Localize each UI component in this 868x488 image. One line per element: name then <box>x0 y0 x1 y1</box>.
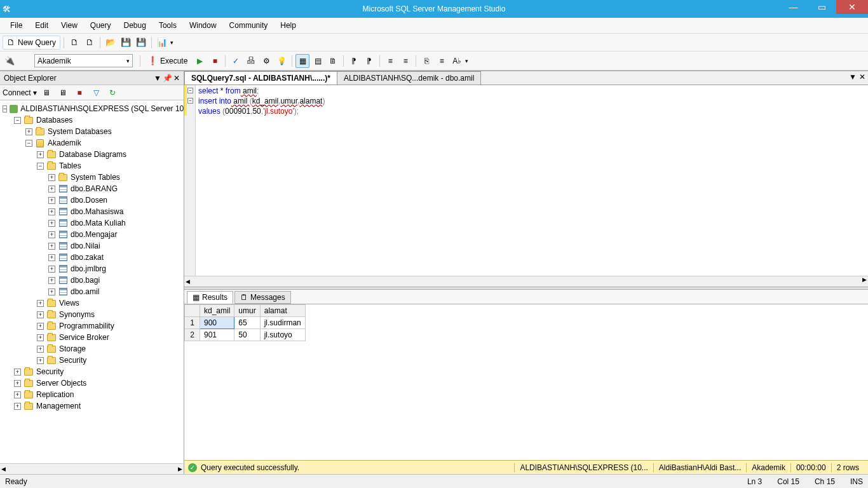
results-to-file-button[interactable]: 🗎 <box>326 54 340 68</box>
tree-table-node[interactable]: +dbo.BARANG <box>0 183 184 194</box>
tree-tables-node[interactable]: −Tables <box>0 160 184 172</box>
tree-akademik-node[interactable]: −Akademik <box>0 137 184 149</box>
tree-sysdb-node[interactable]: +System Databases <box>0 126 184 137</box>
tree-systables-node[interactable]: +System Tables <box>0 172 184 183</box>
col-header-alamat[interactable]: alamat <box>260 305 305 317</box>
intellisense-button[interactable]: 💡 <box>275 54 288 68</box>
menu-view[interactable]: View <box>55 20 84 31</box>
tree-security2-node[interactable]: +Security <box>0 366 184 377</box>
tree-table-node[interactable]: +dbo.Nilai <box>0 240 184 252</box>
tree-table-node[interactable]: +dbo.Mahasiswa <box>0 206 184 217</box>
find-button[interactable]: A♭ <box>450 54 464 68</box>
oe-connect-button[interactable]: 🖥 <box>39 86 53 100</box>
maximize-button[interactable]: ▭ <box>808 0 836 14</box>
query-options-button[interactable]: ⚙ <box>259 54 273 68</box>
tab-amil[interactable]: ALDIBASTIANH\SQ...demik - dbo.amil <box>337 71 481 85</box>
tree-storage-node[interactable]: +Storage <box>0 343 184 355</box>
fold-icon[interactable]: − <box>187 98 193 104</box>
results-grid[interactable]: kd_amil umur alamat 1 900 65 jl.sudirman… <box>184 304 868 460</box>
oe-refresh-button[interactable]: ↻ <box>105 86 119 100</box>
cell-kd-amil[interactable]: 900 <box>200 317 234 329</box>
estimated-plan-button[interactable]: 品 <box>244 54 258 68</box>
results-row[interactable]: 1 900 65 jl.sudirman <box>185 317 306 329</box>
menu-query[interactable]: Query <box>84 20 118 31</box>
dropdown-arrow-icon[interactable]: ▾ <box>465 58 468 64</box>
cell-umur[interactable]: 65 <box>234 317 260 329</box>
tree-databases-node[interactable]: −Databases <box>0 114 184 126</box>
more-indent-button[interactable]: ≡ <box>435 54 449 68</box>
results-to-grid-button[interactable]: ▦ <box>295 54 309 68</box>
tree-service-broker-node[interactable]: +Service Broker <box>0 332 184 343</box>
menu-window[interactable]: Window <box>183 20 223 31</box>
tree-server-objects-node[interactable]: +Server Objects <box>0 377 184 389</box>
oe-scrollbar[interactable]: ◀▶ <box>0 463 184 474</box>
tab-sqlquery[interactable]: SQLQuery7.sql - ALDIBASTIANH\......)* <box>184 71 337 85</box>
pin-icon[interactable]: 📌 <box>163 74 172 83</box>
close-button[interactable]: ✕ <box>836 0 868 14</box>
tree-replication-node[interactable]: +Replication <box>0 389 184 400</box>
sql-editor[interactable]: − − select * from amil; insert into amil… <box>184 85 868 287</box>
increase-indent-button[interactable]: ≡ <box>398 54 412 68</box>
tree-table-node[interactable]: +dbo.amil <box>0 286 184 297</box>
tree-synonyms-node[interactable]: +Synonyms <box>0 309 184 320</box>
open-button[interactable]: 📂 <box>104 36 118 50</box>
save-button[interactable]: 💾 <box>119 36 133 50</box>
oe-stop-button[interactable]: ■ <box>72 86 86 100</box>
results-row[interactable]: 2 901 50 jl.sutoyo <box>185 329 306 341</box>
tree-security-node[interactable]: +Security <box>0 355 184 366</box>
col-header-rownum[interactable] <box>185 305 200 317</box>
results-tab[interactable]: ▦Results <box>187 291 233 304</box>
cell-umur[interactable]: 50 <box>234 329 260 341</box>
messages-tab[interactable]: 🗒Messages <box>234 291 291 304</box>
tree-table-node[interactable]: +dbo.jmlbrg <box>0 263 184 274</box>
tab-close-icon[interactable]: ✕ <box>859 72 865 81</box>
cell-kd-amil[interactable]: 901 <box>200 329 234 341</box>
parse-button[interactable]: ✓ <box>229 54 243 68</box>
specify-values-button[interactable]: ⎘ <box>419 54 433 68</box>
tree-table-node[interactable]: +dbo.Dosen <box>0 194 184 206</box>
editor-hscrollbar[interactable]: ◀▶ <box>184 276 868 287</box>
connect-dropdown[interactable]: Connect ▾ <box>3 88 37 97</box>
tree-programmability-node[interactable]: +Programmability <box>0 320 184 332</box>
col-header-kd-amil[interactable]: kd_amil <box>200 305 234 317</box>
database-combo[interactable]: Akademik ▾ <box>34 54 133 67</box>
tree-server-node[interactable]: −ALDIBASTIANH\SQLEXPRESS (SQL Server 10.… <box>0 103 184 114</box>
minimize-button[interactable]: — <box>779 0 808 14</box>
menu-help[interactable]: Help <box>274 20 302 31</box>
execute-button[interactable]: ❗ Execute <box>144 54 191 68</box>
tree-management-node[interactable]: +Management <box>0 400 184 412</box>
dropdown-icon[interactable]: ▼ <box>154 74 161 83</box>
decrease-indent-button[interactable]: ≡ <box>383 54 397 68</box>
col-header-umur[interactable]: umur <box>234 305 260 317</box>
tree-table-node[interactable]: +dbo.bagi <box>0 274 184 286</box>
comment-button[interactable]: ⁋ <box>347 54 361 68</box>
activity-monitor-button[interactable]: 📊 <box>155 36 169 50</box>
cell-alamat[interactable]: jl.sutoyo <box>260 329 305 341</box>
save-all-button[interactable]: 💾 <box>134 36 148 50</box>
close-icon[interactable]: ✕ <box>173 74 180 83</box>
tree-table-node[interactable]: +dbo.Mengajar <box>0 229 184 240</box>
tree-table-node[interactable]: +dbo.Mata Kuliah <box>0 217 184 229</box>
connection-button[interactable]: 🔌 <box>3 54 17 68</box>
uncomment-button[interactable]: ⁋ <box>362 54 376 68</box>
new-item-button[interactable]: 🗋 <box>83 36 97 50</box>
fold-icon[interactable]: − <box>187 88 193 93</box>
tree-views-node[interactable]: +Views <box>0 297 184 309</box>
cell-alamat[interactable]: jl.sudirman <box>260 317 305 329</box>
results-to-text-button[interactable]: ▤ <box>311 54 325 68</box>
debug-button[interactable]: ▶ <box>193 54 207 68</box>
object-explorer-tree[interactable]: −ALDIBASTIANH\SQLEXPRESS (SQL Server 10.… <box>0 100 184 463</box>
menu-community[interactable]: Community <box>223 20 275 31</box>
stop-button[interactable]: ■ <box>208 54 222 68</box>
tree-diagrams-node[interactable]: +Database Diagrams <box>0 149 184 160</box>
tab-dropdown-icon[interactable]: ▼ <box>849 72 857 81</box>
tree-table-node[interactable]: +dbo.zakat <box>0 252 184 263</box>
dropdown-arrow-icon[interactable]: ▾ <box>170 39 173 46</box>
menu-file[interactable]: File <box>4 20 29 31</box>
new-query-button[interactable]: 🗋 New Query <box>3 36 60 50</box>
oe-filter-button[interactable]: ▽ <box>89 86 103 100</box>
oe-disconnect-button[interactable]: 🖥 <box>56 86 70 100</box>
menu-tools[interactable]: Tools <box>153 20 183 31</box>
menu-edit[interactable]: Edit <box>29 20 55 31</box>
menu-debug[interactable]: Debug <box>118 20 153 31</box>
